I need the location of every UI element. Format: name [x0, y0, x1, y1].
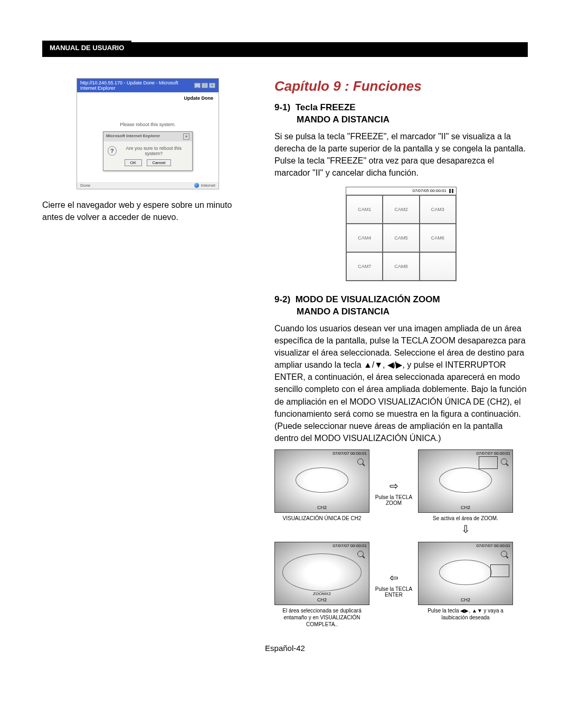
magnifier-icon	[501, 551, 508, 558]
ie-dialog-title: Microsoft Internet Explorer	[106, 133, 160, 140]
arrow-zoom-label: Pulse la TECLA ZOOM	[373, 494, 415, 506]
ellipse-shape	[439, 467, 492, 493]
cancel-button[interactable]: Cancel	[147, 159, 172, 166]
pause-icon	[449, 188, 454, 194]
update-done-label: Update Done	[82, 95, 213, 101]
section-9-1-title: 9-1) Tecla FREEZE MANDO A DISTANCIA	[274, 102, 528, 126]
monitor-timestamp: 07/07/07 00:00:01	[476, 543, 510, 548]
browser-statusbar: Done Internet	[77, 182, 218, 189]
zoom-panel-bl: 07/07/07 00:00:01 ZOOMX2 CH2 El área sel…	[274, 542, 369, 628]
sec92-body: Cuando los usuarios desean ver una image…	[274, 322, 528, 445]
browser-titlebar: http://10.240.55.170 - Update Done - Mic…	[77, 79, 218, 92]
magnifier-icon	[357, 458, 365, 466]
manual-page: MANUAL DE USUARIO http://10.240.55.170 -…	[0, 0, 570, 728]
arrow-right-icon: ⇨	[390, 481, 398, 491]
zoom-panel-tl: 07/07/07 00:00:01 CH2 VISUALIZACIÓN ÚNIC…	[274, 449, 369, 537]
caption-tr: Se activa el área de ZOOM.	[418, 515, 513, 522]
section-9-2-title: 9-2) MODO DE VISUALIZACIÓN ZOOM MANDO A …	[274, 294, 528, 318]
freeze-grid: 07/07/05 00:00:01 CAM1 CAM2 CAM3 CAM4 CA…	[346, 187, 457, 281]
ch2-label: CH2	[461, 597, 470, 602]
monitor-timestamp: 07/07/07 00:00:01	[476, 451, 510, 456]
caption-br: Pulse la tecla ◀▶, ▲▼ y vaya a laubicaci…	[418, 607, 513, 621]
status-done: Done	[80, 183, 90, 188]
sec92-num: 9-2)	[274, 294, 290, 304]
reboot-message: Please reboot this system.	[82, 122, 213, 127]
header-bar: MANUAL DE USUARIO	[42, 42, 528, 57]
cam-cell: CAM4	[346, 224, 383, 252]
monitor-single-view: 07/07/07 00:00:01 CH2	[274, 449, 369, 513]
arrow-zoom: ⇨ Pulse la TECLA ZOOM	[373, 449, 415, 537]
sec91-body: Si se pulsa la tecla "FREEZE", el marcad…	[274, 130, 528, 179]
sec92-line2: MANDO A DISTANCIA	[274, 306, 528, 318]
arrow-enter: ⇦ Pulse la TECLA ENTER	[373, 542, 415, 628]
browser-body: Update Done Please reboot this system. M…	[77, 92, 218, 182]
caption-tl: VISUALIZACIÓN ÚNICA DE CH2	[274, 515, 369, 522]
ie-dialog-message: Are you sure to reboot this system?	[120, 146, 188, 156]
cam-cell: CAM1	[346, 195, 383, 224]
magnifier-icon	[357, 551, 365, 558]
maximize-icon: □	[202, 83, 208, 88]
sec91-num: 9-1)	[274, 102, 290, 112]
close-icon: ×	[209, 83, 215, 88]
browser-screenshot: http://10.240.55.170 - Update Done - Mic…	[77, 78, 219, 189]
page-footer: Español-42	[42, 644, 528, 653]
status-zone: Internet	[201, 183, 215, 188]
monitor-timestamp: 07/07/07 00:00:01	[332, 543, 367, 548]
internet-zone-icon	[194, 183, 199, 188]
ch2-label: CH2	[461, 505, 470, 510]
cam-cell: CAM6	[420, 224, 456, 252]
ok-button[interactable]: OK	[125, 159, 142, 166]
arrow-down-icon: ⇩	[418, 523, 513, 535]
ellipse-shape	[296, 467, 348, 493]
cam-cell	[420, 252, 456, 281]
selection-box	[490, 564, 509, 577]
freeze-timestamp: 07/07/05 00:00:01	[412, 188, 446, 194]
sec91-line1: Tecla FREEZE	[296, 102, 356, 112]
ellipse-shape	[439, 560, 492, 585]
cam-cell: CAM2	[383, 195, 419, 224]
monitor-move-selection: 07/07/07 00:00:01 CH2	[418, 542, 513, 605]
dialog-close-icon: ×	[183, 133, 189, 140]
sec91-line2: MANDO A DISTANCIA	[274, 114, 528, 126]
monitor-zoom-active: 07/07/07 00:00:01 CH2	[418, 449, 513, 513]
ch2-label: CH2	[317, 597, 327, 602]
selection-box	[479, 456, 498, 469]
zoom-diagram-grid: 07/07/07 00:00:01 CH2 VISUALIZACIÓN ÚNIC…	[274, 449, 528, 628]
sec92-line1: MODO DE VISUALIZACIÓN ZOOM	[296, 294, 440, 304]
monitor-zoomed-full: 07/07/07 00:00:01 ZOOMX2 CH2	[274, 542, 369, 605]
arrow-left-icon: ⇦	[390, 572, 398, 583]
ie-confirm-dialog: Microsoft Internet Explorer × ? Are you …	[103, 131, 193, 171]
chapter-title: Capítulo 9 : Funciones	[274, 78, 528, 94]
caption-bl: El área seleccionada se duplicará entama…	[274, 607, 369, 628]
freeze-cells: CAM1 CAM2 CAM3 CAM4 CAM5 CAM6 CAM7 CAM8	[346, 195, 456, 281]
zoom-panel-tr: 07/07/07 00:00:01 CH2 Se activa el área …	[418, 449, 513, 537]
cam-cell: CAM3	[420, 195, 456, 224]
header-label: MANUAL DE USUARIO	[42, 41, 131, 55]
zoom-panel-br: 07/07/07 00:00:01 CH2 Pulse la tecla ◀▶,…	[418, 542, 513, 628]
magnifier-icon	[501, 458, 508, 466]
close-browser-instruction: Cierre el navegador web y espere sobre u…	[42, 199, 253, 223]
cam-cell: CAM8	[383, 252, 419, 281]
cam-cell: CAM5	[383, 224, 419, 252]
question-icon: ?	[108, 146, 117, 156]
minimize-icon: _	[194, 83, 201, 88]
browser-title-text: http://10.240.55.170 - Update Done - Mic…	[80, 80, 194, 91]
ch2-label: CH2	[317, 505, 327, 510]
left-column: http://10.240.55.170 - Update Done - Mic…	[42, 78, 253, 628]
monitor-timestamp: 07/07/07 00:00:01	[332, 451, 367, 456]
arrow-enter-label: Pulse la TECLA ENTER	[373, 586, 415, 598]
ellipse-shape-large	[282, 553, 362, 591]
cam-cell: CAM7	[346, 252, 383, 281]
two-column-layout: http://10.240.55.170 - Update Done - Mic…	[42, 78, 528, 628]
zoomx2-label: ZOOMX2	[313, 591, 331, 596]
right-column: Capítulo 9 : Funciones 9-1) Tecla FREEZE…	[274, 78, 528, 628]
